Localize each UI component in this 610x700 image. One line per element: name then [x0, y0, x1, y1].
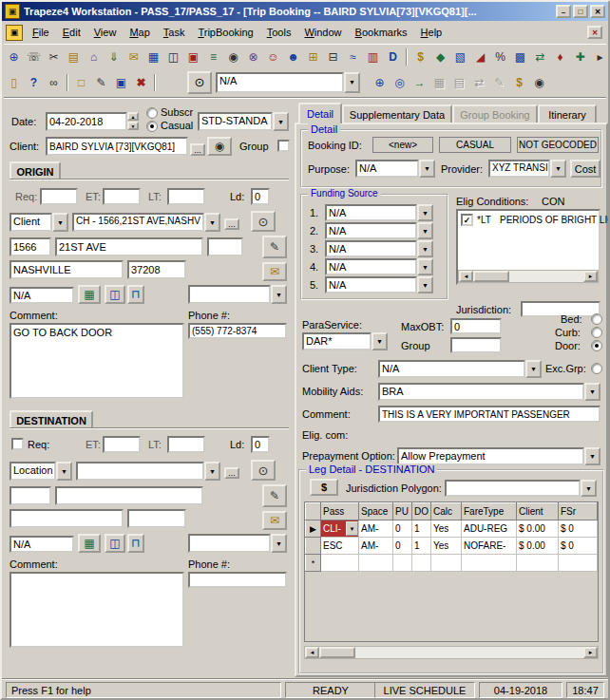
chevron-down-icon[interactable]: [417, 276, 433, 293]
minimize-button[interactable]: –: [556, 5, 571, 18]
origin-city-input[interactable]: [10, 260, 124, 279]
import-icon[interactable]: ⇓: [104, 47, 124, 66]
client-more-button[interactable]: ...: [190, 143, 205, 156]
grid-header-do[interactable]: DO: [412, 503, 431, 520]
origin-site-combo[interactable]: [188, 285, 287, 304]
scroll-left-icon[interactable]: ◂: [305, 647, 319, 658]
origin-photo-button[interactable]: ▦: [78, 285, 101, 304]
clock-icon[interactable]: ◉: [223, 47, 243, 66]
funding-5-value[interactable]: N/A: [325, 276, 417, 293]
globe-icon[interactable]: ⊕: [4, 47, 24, 66]
save-icon[interactable]: ▣: [111, 72, 131, 92]
chevron-down-icon[interactable]: [550, 160, 566, 178]
percent-icon[interactable]: %: [490, 47, 510, 66]
scroll-left-icon[interactable]: ◂: [459, 271, 473, 282]
origin-address-value[interactable]: CH - 1566,21ST AVE,NASHV: [72, 213, 204, 232]
notes-icon[interactable]: ▤: [64, 47, 84, 66]
quick-search-combo[interactable]: N/A: [216, 72, 360, 93]
dollar-icon[interactable]: $: [410, 47, 430, 66]
table-row[interactable]: *: [306, 555, 598, 572]
provider-value[interactable]: XYZ TRANSI: [488, 160, 550, 178]
cell-client-fare[interactable]: [517, 555, 559, 572]
maximize-button[interactable]: □: [573, 5, 588, 18]
scroll-thumb[interactable]: [319, 647, 355, 658]
cell-pu[interactable]: 0: [393, 538, 412, 555]
grid-header-pass[interactable]: Pass: [321, 503, 359, 520]
grid-header-faretype[interactable]: FareType: [462, 503, 517, 520]
cell-do[interactable]: 1: [412, 520, 431, 538]
destination-site-combo[interactable]: [188, 534, 287, 553]
booking-type-value[interactable]: STD-STANDA: [198, 112, 273, 131]
booking-comment-input[interactable]: [378, 406, 600, 423]
scroll-track[interactable]: [355, 647, 583, 658]
session-icon[interactable]: ▯: [4, 72, 24, 92]
grid-header-pu[interactable]: PU: [393, 503, 412, 520]
scroll-thumb[interactable]: [473, 271, 509, 282]
elig-conditions-listbox[interactable]: *LT PERIODS OF BRIGHT LIG ◂ ▸: [456, 209, 600, 285]
ledger-icon[interactable]: ≡: [203, 47, 223, 66]
subscription-radio[interactable]: [146, 107, 158, 119]
add-icon[interactable]: ✚: [570, 47, 590, 66]
cell-do[interactable]: [412, 555, 431, 572]
destination-search-button[interactable]: ⊙: [251, 460, 276, 481]
driver-icon[interactable]: ☺: [263, 47, 283, 66]
cell-calc[interactable]: Yes: [431, 538, 462, 555]
chevron-down-icon[interactable]: [204, 462, 220, 481]
row-selector[interactable]: [306, 538, 321, 555]
cell-calc[interactable]: [431, 555, 462, 572]
origin-unit-input[interactable]: [207, 237, 243, 256]
origin-tab[interactable]: ORIGIN: [10, 161, 61, 180]
client-type-combo[interactable]: N/A: [378, 360, 542, 378]
stats-icon[interactable]: ◆: [430, 47, 450, 66]
cell-dropdown-icon[interactable]: [346, 521, 358, 536]
origin-signature-button[interactable]: ✎: [262, 236, 287, 258]
grid-header-space[interactable]: Space: [359, 503, 393, 520]
row-selector[interactable]: ▶: [306, 520, 321, 538]
monitors-icon[interactable]: ◫: [163, 47, 183, 66]
funding-4-value[interactable]: N/A: [325, 258, 417, 275]
client-input[interactable]: [46, 137, 188, 156]
origin-landmark-input[interactable]: [10, 287, 74, 304]
new-booking-icon[interactable]: □: [71, 72, 91, 92]
cell-pu[interactable]: 0: [393, 520, 412, 538]
chevron-down-icon[interactable]: [419, 160, 435, 178]
jurisdiction-polygon-combo[interactable]: [445, 480, 597, 497]
bus-icon[interactable]: ⊞: [303, 47, 323, 66]
chevron-down-icon[interactable]: [417, 240, 433, 257]
orbit-icon[interactable]: ◎: [390, 72, 410, 92]
cell-do[interactable]: 1: [412, 538, 431, 555]
client-photo-button[interactable]: ◉: [207, 137, 232, 156]
mobility-aids-value[interactable]: BRA: [378, 383, 584, 401]
cell-pass[interactable]: CLI-: [321, 520, 359, 538]
chart-icon[interactable]: ▥: [363, 47, 383, 66]
payphone-icon[interactable]: ☏: [24, 47, 44, 66]
destination-type-value[interactable]: Location: [10, 462, 56, 481]
scroll-right-icon[interactable]: ▸: [583, 271, 598, 282]
cell-space[interactable]: [359, 555, 393, 572]
menu-map[interactable]: Map: [123, 24, 156, 41]
date-spin-up-icon[interactable]: ▲: [127, 112, 139, 121]
destination-zip-input[interactable]: [127, 509, 186, 528]
grid-header-fsr[interactable]: FSr: [559, 503, 598, 520]
bank-icon[interactable]: ⌂: [84, 47, 104, 66]
chevron-down-icon[interactable]: [56, 462, 72, 481]
origin-mail-button[interactable]: ✉: [262, 262, 287, 281]
menu-tripbooking[interactable]: TripBooking: [191, 24, 259, 41]
origin-zip-input[interactable]: [127, 260, 186, 279]
destination-ld-input[interactable]: [251, 436, 270, 453]
menu-tools[interactable]: Tools: [260, 24, 298, 41]
chevron-down-icon[interactable]: [584, 447, 600, 465]
quick-search-value[interactable]: N/A: [216, 72, 344, 93]
cell-fsr[interactable]: [559, 555, 598, 572]
funding-2-value[interactable]: N/A: [325, 222, 417, 239]
group-checkbox[interactable]: [277, 140, 290, 152]
origin-comment-textarea[interactable]: GO TO BACK DOOR: [10, 323, 184, 399]
origin-more-button[interactable]: ...: [224, 218, 239, 230]
group-size-input[interactable]: [450, 337, 502, 353]
origin-street-number-input[interactable]: [10, 237, 51, 256]
row-selector[interactable]: *: [306, 555, 321, 572]
chevron-down-icon[interactable]: [417, 258, 433, 275]
taxi-icon[interactable]: ⊟: [323, 47, 343, 66]
origin-req-input[interactable]: [40, 188, 78, 205]
binoculars-icon[interactable]: ∞: [44, 72, 64, 92]
